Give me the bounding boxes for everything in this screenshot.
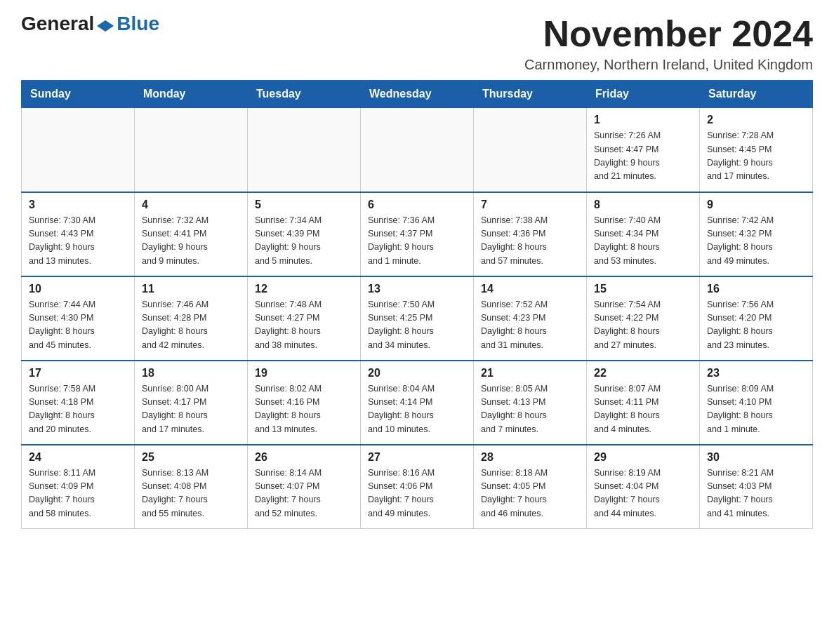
day-number: 28 — [481, 451, 579, 464]
calendar-cell: 12Sunrise: 7:48 AMSunset: 4:27 PMDayligh… — [248, 276, 361, 361]
day-number: 17 — [29, 367, 127, 380]
calendar-cell: 30Sunrise: 8:21 AMSunset: 4:03 PMDayligh… — [700, 445, 813, 529]
day-info: Sunrise: 7:58 AMSunset: 4:18 PMDaylight:… — [29, 382, 127, 437]
calendar-cell: 13Sunrise: 7:50 AMSunset: 4:25 PMDayligh… — [361, 276, 474, 361]
header: General Blue November 2024 Carnmoney, No… — [21, 14, 813, 73]
calendar-cell: 8Sunrise: 7:40 AMSunset: 4:34 PMDaylight… — [587, 192, 700, 276]
day-number: 4 — [142, 199, 240, 211]
calendar-cell: 6Sunrise: 7:36 AMSunset: 4:37 PMDaylight… — [361, 192, 474, 276]
calendar-cell: 2Sunrise: 7:28 AMSunset: 4:45 PMDaylight… — [700, 108, 813, 192]
day-number: 15 — [594, 283, 692, 295]
day-info: Sunrise: 8:02 AMSunset: 4:16 PMDaylight:… — [255, 382, 353, 437]
calendar-cell: 24Sunrise: 8:11 AMSunset: 4:09 PMDayligh… — [22, 445, 135, 529]
day-number: 10 — [29, 283, 127, 295]
title-area: November 2024 Carnmoney, Northern Irelan… — [524, 14, 813, 73]
day-number: 16 — [707, 283, 805, 295]
logo: General Blue — [21, 14, 159, 34]
calendar-cell: 3Sunrise: 7:30 AMSunset: 4:43 PMDaylight… — [22, 192, 135, 276]
calendar-cell: 29Sunrise: 8:19 AMSunset: 4:04 PMDayligh… — [587, 445, 700, 529]
day-number: 12 — [255, 283, 353, 295]
day-number: 19 — [255, 367, 353, 380]
day-number: 2 — [707, 114, 805, 126]
day-info: Sunrise: 7:52 AMSunset: 4:23 PMDaylight:… — [481, 298, 579, 353]
day-info: Sunrise: 8:07 AMSunset: 4:11 PMDaylight:… — [594, 382, 692, 437]
day-info: Sunrise: 7:38 AMSunset: 4:36 PMDaylight:… — [481, 214, 579, 269]
calendar-cell: 20Sunrise: 8:04 AMSunset: 4:14 PMDayligh… — [361, 361, 474, 445]
logo-general-text: General — [21, 14, 94, 34]
day-number: 13 — [368, 283, 466, 295]
day-number: 30 — [707, 451, 805, 464]
day-info: Sunrise: 7:42 AMSunset: 4:32 PMDaylight:… — [707, 214, 805, 269]
weekday-header-tuesday: Tuesday — [248, 81, 361, 108]
day-number: 23 — [707, 367, 805, 380]
calendar-cell: 27Sunrise: 8:16 AMSunset: 4:06 PMDayligh… — [361, 445, 474, 529]
day-info: Sunrise: 8:13 AMSunset: 4:08 PMDaylight:… — [142, 467, 240, 521]
calendar-cell: 11Sunrise: 7:46 AMSunset: 4:28 PMDayligh… — [135, 276, 248, 361]
calendar-cell: 4Sunrise: 7:32 AMSunset: 4:41 PMDaylight… — [135, 192, 248, 276]
weekday-header-thursday: Thursday — [474, 81, 587, 108]
day-number: 11 — [142, 283, 240, 295]
calendar-cell — [135, 108, 248, 192]
calendar-cell: 17Sunrise: 7:58 AMSunset: 4:18 PMDayligh… — [22, 361, 135, 445]
calendar-cell: 23Sunrise: 8:09 AMSunset: 4:10 PMDayligh… — [700, 361, 813, 445]
weekday-header-friday: Friday — [587, 81, 700, 108]
day-number: 18 — [142, 367, 240, 380]
month-title: November 2024 — [524, 14, 813, 54]
day-number: 24 — [29, 451, 127, 464]
location-subtitle: Carnmoney, Northern Ireland, United King… — [524, 57, 813, 73]
calendar-week-row: 1Sunrise: 7:26 AMSunset: 4:47 PMDaylight… — [22, 108, 813, 192]
day-info: Sunrise: 7:56 AMSunset: 4:20 PMDaylight:… — [707, 298, 805, 353]
calendar-cell: 19Sunrise: 8:02 AMSunset: 4:16 PMDayligh… — [248, 361, 361, 445]
calendar-week-row: 24Sunrise: 8:11 AMSunset: 4:09 PMDayligh… — [22, 445, 813, 529]
calendar-cell: 26Sunrise: 8:14 AMSunset: 4:07 PMDayligh… — [248, 445, 361, 529]
day-info: Sunrise: 7:32 AMSunset: 4:41 PMDaylight:… — [142, 214, 240, 269]
day-info: Sunrise: 8:00 AMSunset: 4:17 PMDaylight:… — [142, 382, 240, 437]
day-number: 21 — [481, 367, 579, 380]
day-info: Sunrise: 7:48 AMSunset: 4:27 PMDaylight:… — [255, 298, 353, 353]
day-info: Sunrise: 7:36 AMSunset: 4:37 PMDaylight:… — [368, 214, 466, 269]
day-info: Sunrise: 7:44 AMSunset: 4:30 PMDaylight:… — [29, 298, 127, 353]
calendar-cell: 14Sunrise: 7:52 AMSunset: 4:23 PMDayligh… — [474, 276, 587, 361]
day-info: Sunrise: 8:14 AMSunset: 4:07 PMDaylight:… — [255, 467, 353, 521]
calendar-cell: 21Sunrise: 8:05 AMSunset: 4:13 PMDayligh… — [474, 361, 587, 445]
day-number: 7 — [481, 199, 579, 211]
day-info: Sunrise: 8:21 AMSunset: 4:03 PMDaylight:… — [707, 467, 805, 521]
day-number: 25 — [142, 451, 240, 464]
weekday-header-saturday: Saturday — [700, 81, 813, 108]
calendar-week-row: 3Sunrise: 7:30 AMSunset: 4:43 PMDaylight… — [22, 192, 813, 276]
calendar-week-row: 17Sunrise: 7:58 AMSunset: 4:18 PMDayligh… — [22, 361, 813, 445]
day-info: Sunrise: 8:18 AMSunset: 4:05 PMDaylight:… — [481, 467, 579, 521]
day-number: 22 — [594, 367, 692, 380]
day-info: Sunrise: 8:04 AMSunset: 4:14 PMDaylight:… — [368, 382, 466, 437]
calendar-cell: 7Sunrise: 7:38 AMSunset: 4:36 PMDaylight… — [474, 192, 587, 276]
weekday-header-wednesday: Wednesday — [361, 81, 474, 108]
calendar-cell: 18Sunrise: 8:00 AMSunset: 4:17 PMDayligh… — [135, 361, 248, 445]
day-number: 8 — [594, 199, 692, 211]
calendar-cell — [22, 108, 135, 192]
calendar-week-row: 10Sunrise: 7:44 AMSunset: 4:30 PMDayligh… — [22, 276, 813, 361]
day-info: Sunrise: 7:28 AMSunset: 4:45 PMDaylight:… — [707, 129, 805, 184]
day-number: 5 — [255, 199, 353, 211]
day-info: Sunrise: 7:40 AMSunset: 4:34 PMDaylight:… — [594, 214, 692, 269]
calendar-cell: 10Sunrise: 7:44 AMSunset: 4:30 PMDayligh… — [22, 276, 135, 361]
day-number: 3 — [29, 199, 127, 211]
calendar-cell: 16Sunrise: 7:56 AMSunset: 4:20 PMDayligh… — [700, 276, 813, 361]
day-info: Sunrise: 7:50 AMSunset: 4:25 PMDaylight:… — [368, 298, 466, 353]
calendar-cell — [248, 108, 361, 192]
day-info: Sunrise: 8:19 AMSunset: 4:04 PMDaylight:… — [594, 467, 692, 521]
day-number: 9 — [707, 199, 805, 211]
calendar-cell — [474, 108, 587, 192]
weekday-header-monday: Monday — [135, 81, 248, 108]
svg-marker-2 — [98, 22, 112, 30]
calendar-cell: 15Sunrise: 7:54 AMSunset: 4:22 PMDayligh… — [587, 276, 700, 361]
logo-blue-text: Blue — [117, 14, 159, 34]
day-info: Sunrise: 7:30 AMSunset: 4:43 PMDaylight:… — [29, 214, 127, 269]
day-info: Sunrise: 8:11 AMSunset: 4:09 PMDaylight:… — [29, 467, 127, 521]
day-info: Sunrise: 7:26 AMSunset: 4:47 PMDaylight:… — [594, 129, 692, 184]
day-info: Sunrise: 8:09 AMSunset: 4:10 PMDaylight:… — [707, 382, 805, 437]
calendar-cell: 9Sunrise: 7:42 AMSunset: 4:32 PMDaylight… — [700, 192, 813, 276]
calendar-cell: 1Sunrise: 7:26 AMSunset: 4:47 PMDaylight… — [587, 108, 700, 192]
calendar-cell: 25Sunrise: 8:13 AMSunset: 4:08 PMDayligh… — [135, 445, 248, 529]
weekday-header-row: SundayMondayTuesdayWednesdayThursdayFrid… — [22, 81, 813, 108]
day-info: Sunrise: 8:05 AMSunset: 4:13 PMDaylight:… — [481, 382, 579, 437]
